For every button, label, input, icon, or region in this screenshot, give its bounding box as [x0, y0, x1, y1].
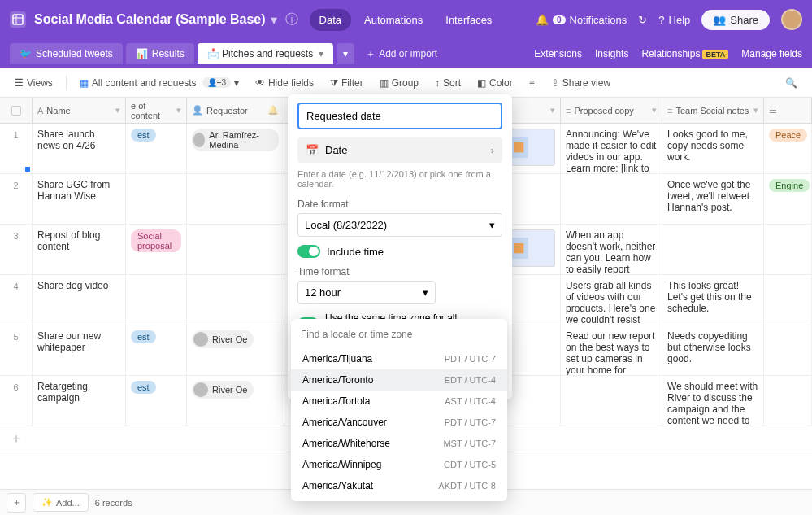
base-title[interactable]: Social Media Calendar (Sample Base): [34, 12, 266, 27]
column-proposed-copy[interactable]: ≡Proposed copy▾: [561, 98, 662, 123]
user-avatar[interactable]: [781, 9, 802, 30]
cell-name[interactable]: Share launch news on 4/26: [33, 124, 126, 173]
timezone-option[interactable]: America/VancouverPDT / UTC-7: [291, 412, 507, 433]
tab-results[interactable]: 📊Results: [126, 43, 194, 64]
user-chip[interactable]: River Oe: [192, 330, 254, 348]
chevron-down-icon[interactable]: ▾: [550, 105, 555, 116]
cell-proposed[interactable]: [561, 174, 662, 224]
chevron-down-icon[interactable]: ▾: [652, 105, 657, 116]
column-requestor[interactable]: 👤Requestor🔔: [187, 98, 284, 123]
history-button[interactable]: ↻: [638, 14, 647, 26]
cell-last[interactable]: Engine: [764, 174, 812, 224]
include-time-toggle[interactable]: [297, 245, 320, 258]
timezone-option[interactable]: America/TortolaAST / UTC-4: [291, 391, 507, 412]
column-type[interactable]: e of content▾: [126, 98, 187, 123]
row-number[interactable]: 6: [0, 376, 33, 426]
views-button[interactable]: ☰Views: [8, 74, 59, 92]
timezone-option[interactable]: America/WinnipegCDT / UTC-5: [291, 454, 507, 475]
timezone-option[interactable]: America/YakutatAKDT / UTC-8: [291, 475, 507, 496]
cell-requestor[interactable]: [187, 275, 284, 325]
cell-team-notes[interactable]: Needs copyediting but otherwise looks go…: [662, 325, 764, 375]
share-button[interactable]: 👥Share: [701, 10, 770, 30]
share-view-button[interactable]: ⇪Share view: [545, 74, 617, 92]
notifications-button[interactable]: 🔔0Notifications: [536, 14, 627, 26]
insights-link[interactable]: Insights: [595, 48, 628, 59]
row-number[interactable]: 2: [0, 174, 33, 224]
row-number[interactable]: 5: [0, 325, 33, 375]
chevron-down-icon[interactable]: ▾: [319, 48, 323, 59]
tab-data[interactable]: Data: [310, 9, 351, 31]
cell-type[interactable]: est: [126, 124, 187, 173]
base-icon[interactable]: [10, 11, 26, 28]
timezone-option[interactable]: America/WhitehorseMST / UTC-7: [291, 433, 507, 454]
row-number[interactable]: 1: [0, 124, 33, 173]
tab-scheduled-tweets[interactable]: 🐦Scheduled tweets: [10, 43, 123, 64]
row-number[interactable]: 3: [0, 225, 33, 274]
chevron-down-icon[interactable]: ▾: [115, 105, 120, 116]
cell-type[interactable]: est: [126, 376, 187, 426]
cell-name[interactable]: Share UGC from Hannah Wise: [33, 174, 126, 224]
select-all[interactable]: [0, 98, 33, 123]
cell-team-notes[interactable]: Looks good to me, copy needs some work.: [662, 124, 764, 173]
cell-team-notes[interactable]: Once we've got the tweet, we'll retweet …: [662, 174, 764, 224]
filter-button[interactable]: ⧩Filter: [323, 74, 370, 92]
cell-proposed[interactable]: [561, 376, 662, 426]
cell-team-notes[interactable]: We should meet with River to discuss the…: [662, 376, 764, 426]
time-format-select[interactable]: 12 hour▾: [297, 281, 436, 304]
sort-button[interactable]: ↕Sort: [428, 74, 467, 92]
row-number[interactable]: 4: [0, 275, 33, 325]
cell-last[interactable]: [764, 275, 812, 325]
user-chip[interactable]: Ari Ramírez-Medina: [192, 129, 279, 151]
help-button[interactable]: ?Help: [658, 14, 690, 26]
column-last[interactable]: ☰: [764, 98, 812, 123]
timezone-option[interactable]: America/TorontoEDT / UTC-4: [291, 369, 507, 391]
grid-view-name[interactable]: ▦All content and requests👤+3▾: [73, 74, 245, 92]
tab-automations[interactable]: Automations: [354, 9, 432, 31]
cell-type[interactable]: Social proposal: [126, 225, 187, 274]
cell-proposed[interactable]: Users grab all kinds of videos with our …: [561, 275, 662, 325]
cell-requestor[interactable]: River Oe: [187, 376, 284, 426]
field-type-selector[interactable]: 📅 Date ›: [297, 137, 502, 163]
extensions-link[interactable]: Extensions: [534, 48, 582, 59]
add-record-button[interactable]: ＋: [7, 493, 26, 513]
cell-type[interactable]: [126, 174, 187, 224]
cell-name[interactable]: Share dog video: [33, 275, 126, 325]
cell-proposed[interactable]: When an app doesn't work, neither can yo…: [561, 225, 662, 274]
manage-fields-link[interactable]: Manage fields: [741, 48, 802, 59]
info-icon[interactable]: ⓘ: [285, 11, 298, 28]
tab-selector[interactable]: ▾: [337, 43, 354, 64]
chevron-down-icon[interactable]: ▾: [271, 12, 277, 28]
cell-team-notes[interactable]: This looks great! Let's get this on the …: [662, 275, 764, 325]
chevron-down-icon[interactable]: ▾: [176, 105, 181, 116]
cell-type[interactable]: est: [126, 325, 187, 375]
color-button[interactable]: ◧Color: [471, 74, 519, 92]
row-height-button[interactable]: ≡: [523, 74, 541, 92]
relationships-link[interactable]: RelationshipsBETA: [641, 48, 728, 59]
bell-icon[interactable]: 🔔: [267, 105, 279, 116]
cell-last[interactable]: [764, 376, 812, 426]
group-button[interactable]: ▥Group: [373, 74, 425, 92]
cell-last[interactable]: [764, 225, 812, 274]
timezone-search[interactable]: [299, 324, 499, 345]
date-format-select[interactable]: Local (8/23/2022)▾: [297, 213, 502, 237]
cell-requestor[interactable]: [187, 174, 284, 224]
cell-requestor[interactable]: River Oe: [187, 325, 284, 375]
chevron-down-icon[interactable]: ▾: [753, 105, 758, 116]
collaborators-badge[interactable]: 👤+3: [202, 77, 231, 88]
timezone-search-input[interactable]: [299, 324, 499, 345]
cell-name[interactable]: Share our new whitepaper: [33, 325, 126, 375]
column-name[interactable]: AName▾: [33, 98, 126, 123]
cell-last[interactable]: [764, 325, 812, 375]
timezone-option[interactable]: America/TijuanaPDT / UTC-7: [291, 348, 507, 369]
add-or-import-button[interactable]: ＋Add or import: [366, 47, 437, 61]
cell-name[interactable]: Repost of blog content: [33, 225, 126, 274]
cell-last[interactable]: Peace: [764, 124, 812, 173]
cell-proposed[interactable]: Read our new report on the best ways to …: [561, 325, 662, 375]
add-menu-button[interactable]: ✨Add...: [33, 493, 89, 512]
column-team-notes[interactable]: ≡Team Social notes▾: [662, 98, 764, 123]
search-button[interactable]: 🔍: [779, 74, 804, 92]
cell-requestor[interactable]: [187, 225, 284, 274]
tab-pitches-requests[interactable]: 📩 Pitches and requests▾: [198, 43, 333, 64]
tab-interfaces[interactable]: Interfaces: [436, 9, 502, 31]
field-name-input[interactable]: [297, 103, 502, 129]
